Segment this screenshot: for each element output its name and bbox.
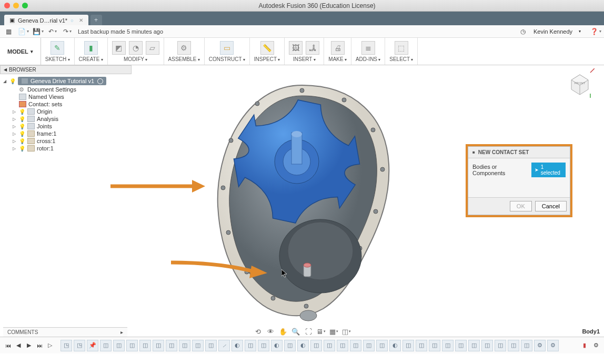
- macos-titlebar: Autodesk Fusion 360 (Education License): [0, 0, 604, 12]
- timeline-marker-icon[interactable]: ▮: [580, 341, 589, 350]
- ribbon-group-make[interactable]: 🖨 MAKE: [324, 38, 351, 65]
- addins-icon[interactable]: ≣: [361, 41, 375, 55]
- ribbon-group-select[interactable]: ⬚ SELECT: [385, 38, 418, 65]
- ribbon-group-insert[interactable]: 🖼 🏞 INSERT: [285, 38, 324, 65]
- pan-icon[interactable]: ✋: [278, 327, 288, 336]
- timeline-feature[interactable]: ◫: [205, 340, 217, 351]
- ribbon-label: INSPECT: [254, 56, 280, 62]
- viewport-navbar: ⟲ 👁 ✋ 🔍 ⛶ 🖥 ▦ ◫: [253, 327, 351, 336]
- close-window-icon[interactable]: [4, 3, 10, 8]
- timeline-feature[interactable]: ◫: [126, 340, 138, 351]
- print-icon[interactable]: 🖨: [331, 41, 345, 55]
- timeline-feature[interactable]: ⚙: [547, 340, 559, 351]
- app-grid-icon[interactable]: ▦: [4, 27, 13, 36]
- selection-tag[interactable]: 1 selected: [531, 163, 566, 177]
- ribbon-group-modify[interactable]: ◩ ◔ ▱ MODIFY: [108, 38, 164, 65]
- minimize-window-icon[interactable]: [13, 3, 19, 8]
- svg-point-12: [229, 138, 233, 143]
- timeline-feature[interactable]: ◫: [113, 340, 125, 351]
- timeline-feature[interactable]: ⚙: [534, 340, 546, 351]
- workspace-switcher[interactable]: MODEL: [0, 38, 41, 65]
- document-tabbar: ▣ Geneva D…rial v1* ○ ✕ +: [0, 12, 604, 25]
- zoom-icon[interactable]: 🔍: [291, 327, 300, 336]
- grid-menu-icon[interactable]: ▦: [329, 327, 338, 336]
- timeline-play-icon[interactable]: ▷: [45, 341, 55, 350]
- ribbon-label: ADD-INS: [356, 56, 380, 62]
- timeline-feature[interactable]: ⟋: [218, 340, 230, 351]
- ribbon-group-assemble[interactable]: ⚙ ASSEMBLE: [164, 38, 205, 65]
- dialog-title: NEW CONTACT SET: [468, 147, 570, 158]
- svg-point-8: [271, 296, 275, 300]
- timeline-feature[interactable]: ◳: [74, 340, 85, 351]
- ribbon-group-sketch[interactable]: ✎ SKETCH: [41, 38, 75, 65]
- svg-point-0: [300, 88, 304, 93]
- modify-icon[interactable]: ▱: [146, 41, 159, 55]
- maximize-window-icon[interactable]: [22, 3, 28, 8]
- viewport-menu-icon[interactable]: ◫: [341, 327, 351, 336]
- tab-modified-indicator: ○: [71, 18, 73, 23]
- plane-icon[interactable]: ▭: [220, 41, 234, 55]
- cube-icon: ▣: [9, 17, 15, 24]
- svg-point-19: [291, 131, 302, 137]
- sketch-icon[interactable]: ✎: [51, 41, 64, 55]
- timeline-start-icon[interactable]: ⏮: [3, 341, 13, 350]
- timeline-feature[interactable]: ◐: [231, 340, 243, 351]
- timeline-feature[interactable]: ◫: [100, 340, 112, 351]
- ribbon-group-create[interactable]: ▮ CREATE: [75, 38, 108, 65]
- timeline-feature[interactable]: ◫: [139, 340, 151, 351]
- viewcube[interactable]: FRONT: [565, 68, 595, 98]
- insert-image-icon[interactable]: 🖼: [289, 41, 303, 55]
- traffic-lights[interactable]: [4, 3, 28, 8]
- orbit-icon[interactable]: ⟲: [253, 327, 263, 336]
- timeline-feature[interactable]: ◫: [166, 340, 177, 351]
- display-menu-icon[interactable]: 🖥: [316, 327, 326, 336]
- timeline-settings-icon[interactable]: ⚙: [591, 341, 601, 350]
- fillet-icon[interactable]: ◔: [129, 41, 143, 55]
- insert-decal-icon[interactable]: 🏞: [306, 41, 319, 55]
- timeline-feature[interactable]: ◫: [192, 340, 204, 351]
- redo-icon[interactable]: ↷: [63, 27, 72, 36]
- timeline-feature[interactable]: ◫: [258, 340, 269, 351]
- tab-label: Geneva D…rial v1*: [18, 17, 67, 24]
- timeline-end-icon[interactable]: ⏭: [35, 341, 44, 350]
- new-tab-button[interactable]: +: [90, 15, 102, 25]
- timeline-feature[interactable]: ◫: [508, 340, 519, 351]
- clock-icon[interactable]: ◷: [519, 27, 527, 36]
- svg-line-30: [590, 68, 595, 73]
- tab-close-icon[interactable]: ✕: [79, 17, 83, 23]
- extrude-icon[interactable]: ▮: [84, 41, 98, 55]
- timeline-feature[interactable]: ◫: [179, 340, 190, 351]
- measure-icon[interactable]: 📏: [260, 41, 274, 55]
- new-contact-set-dialog: NEW CONTACT SET Bodies or Components 1 s…: [468, 146, 570, 215]
- select-icon[interactable]: ⬚: [395, 41, 408, 55]
- help-icon[interactable]: ❓: [591, 27, 600, 36]
- timeline-back-icon[interactable]: ◀: [14, 341, 23, 350]
- press-pull-icon[interactable]: ◩: [112, 41, 126, 55]
- look-icon[interactable]: 👁: [266, 327, 275, 336]
- ribbon-group-construct[interactable]: ▭ CONSTRUCT: [205, 38, 250, 65]
- ribbon-group-inspect[interactable]: 📏 INSPECT: [250, 38, 285, 65]
- user-dropdown-icon[interactable]: ▾: [579, 29, 581, 34]
- timeline-feature[interactable]: 📌: [87, 340, 98, 351]
- timeline-feature[interactable]: ◳: [61, 340, 72, 351]
- timeline-forward-icon[interactable]: ▶: [24, 341, 34, 350]
- ribbon-group-addins[interactable]: ≣ ADD-INS: [351, 38, 385, 65]
- file-menu-icon[interactable]: 📄: [19, 27, 27, 36]
- fit-icon[interactable]: ⛶: [304, 327, 313, 336]
- ribbon-label: ASSEMBLE: [168, 56, 200, 62]
- ribbon-label: INSERT: [293, 56, 316, 62]
- timeline-feature[interactable]: ◐: [271, 340, 283, 351]
- document-tab[interactable]: ▣ Geneva D…rial v1* ○ ✕: [4, 15, 88, 25]
- cancel-button[interactable]: Cancel: [535, 201, 567, 211]
- timeline-feature[interactable]: ◫: [521, 340, 532, 351]
- comments-bar[interactable]: COMMENTS: [3, 327, 127, 337]
- svg-point-3: [380, 167, 385, 171]
- window-title: Autodesk Fusion 360 (Education License): [34, 2, 600, 9]
- joint-icon[interactable]: ⚙: [177, 41, 191, 55]
- timeline-feature[interactable]: ◫: [245, 340, 256, 351]
- save-icon[interactable]: 💾: [34, 27, 42, 36]
- timeline-feature[interactable]: ◫: [153, 340, 164, 351]
- user-name[interactable]: Kevin Kennedy: [533, 28, 572, 35]
- undo-icon[interactable]: ↶: [48, 27, 57, 36]
- svg-point-11: [221, 186, 225, 190]
